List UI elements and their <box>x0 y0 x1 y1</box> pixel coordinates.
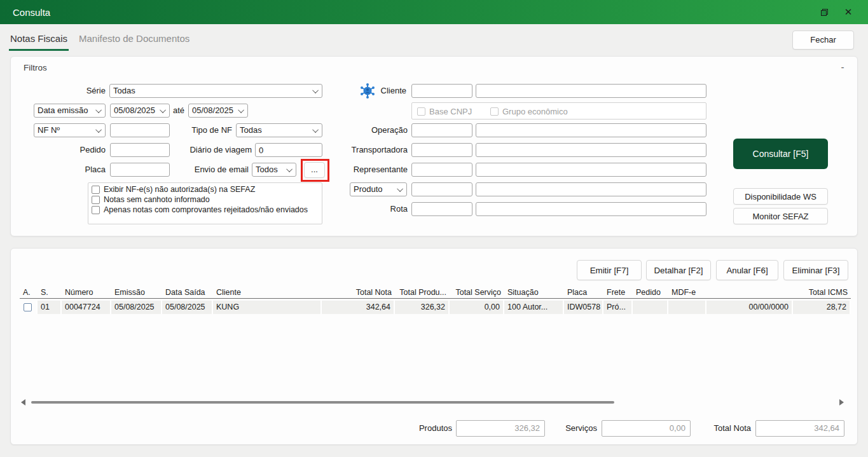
cell-frete: Pró... <box>603 301 633 314</box>
col-header-situacao[interactable]: Situação <box>504 288 564 297</box>
checkbox-icon[interactable] <box>417 107 425 116</box>
date-type-select[interactable]: Data emissão <box>34 104 106 118</box>
row-select-cell[interactable] <box>20 301 38 314</box>
rota-name-input[interactable] <box>476 202 706 216</box>
cell-total-icms: 28,72 <box>793 301 851 314</box>
fechar-button[interactable]: Fechar <box>792 31 854 50</box>
cliente-label: Cliente <box>367 84 406 98</box>
nf-number-type-select[interactable]: NF Nº <box>34 123 106 137</box>
checkbox-icon[interactable] <box>92 206 100 214</box>
checkbox-comprovantes-rejeitados[interactable]: Apenas notas com comprovantes rejeitados… <box>92 205 308 214</box>
col-header-total-icms[interactable]: Total ICMS <box>793 288 851 297</box>
produto-type-select[interactable]: Produto <box>350 182 407 196</box>
col-header-total-produtos[interactable]: Total Produ... <box>395 288 450 297</box>
anular-button[interactable]: Anular [F6] <box>716 260 778 280</box>
tipo-nf-select[interactable]: Todas <box>236 123 322 137</box>
scroll-right-icon[interactable] <box>839 399 844 406</box>
col-header-total-servico[interactable]: Total Serviço <box>450 288 504 297</box>
representante-name-input[interactable] <box>476 163 706 177</box>
ate-label: até <box>171 104 186 118</box>
col-header-s[interactable]: S. <box>38 288 62 297</box>
close-icon: ✕ <box>844 6 853 18</box>
cell-placa: IDW0578 <box>564 301 603 314</box>
envio-email-more-button[interactable]: ... <box>304 162 325 178</box>
col-header-numero[interactable]: Número <box>62 288 111 297</box>
checkbox-icon[interactable] <box>490 107 499 116</box>
scroll-left-icon[interactable] <box>21 399 25 406</box>
col-header-mdfe[interactable]: MDF-e <box>668 288 706 297</box>
servicos-total-field: 0,00 <box>602 420 691 437</box>
serie-label: Série <box>36 84 106 98</box>
table-header: A. S. Número Emissão Data Saída Cliente … <box>20 288 851 299</box>
operacao-label: Operação <box>341 123 408 137</box>
serie-select[interactable]: Todas <box>109 84 322 98</box>
envio-email-select[interactable]: Todos <box>252 163 296 177</box>
consultar-button[interactable]: Consultar [F5] <box>733 139 828 169</box>
cliente-code-input[interactable] <box>411 84 472 98</box>
col-header-total-nota[interactable]: Total Nota <box>322 288 395 297</box>
tab-notas-fiscais[interactable]: Notas Fiscais <box>9 31 69 51</box>
transportadora-label: Transportadora <box>341 143 408 157</box>
checkbox-base-cnpj[interactable]: Base CNPJ <box>417 107 472 116</box>
col-header-emissao[interactable]: Emissão <box>111 288 162 297</box>
tipo-nf-label: Tipo de NF <box>183 123 232 137</box>
operacao-name-input[interactable] <box>476 123 706 137</box>
eliminar-button[interactable]: Eliminar [F3] <box>783 260 848 280</box>
col-header-blank <box>706 288 793 297</box>
rota-label: Rota <box>341 202 408 216</box>
checkbox-nfe-nao-autorizada[interactable]: Exibir NF-e(s) não autorizada(s) na SEFA… <box>92 185 255 194</box>
cell-total-nota: 342,64 <box>322 301 395 314</box>
cell-pedido <box>633 301 668 314</box>
col-header-pedido[interactable]: Pedido <box>633 288 668 297</box>
cell-mdfe <box>668 301 706 314</box>
envio-email-label: Envio de email <box>179 163 249 177</box>
operacao-code-input[interactable] <box>411 123 472 137</box>
collapse-filters-button[interactable]: - <box>837 62 848 72</box>
transportadora-code-input[interactable] <box>411 143 472 157</box>
diario-viagem-label: Diário de viagem <box>183 143 252 157</box>
cell-situacao: 100 Autor... <box>504 301 564 314</box>
col-header-a[interactable]: A. <box>20 288 38 297</box>
checkbox-sem-canhoto[interactable]: Notas sem canhoto informado <box>92 195 210 204</box>
cell-data-saida: 05/08/2025 <box>162 301 213 314</box>
transportadora-name-input[interactable] <box>476 143 706 157</box>
table-row[interactable]: 01 00047724 05/08/2025 05/08/2025 KUNG 3… <box>20 301 851 314</box>
results-panel: Emitir [F7] Detalhar [F2] Anular [F6] El… <box>10 248 858 445</box>
col-header-data-saida[interactable]: Data Saída <box>162 288 213 297</box>
checkbox-icon[interactable] <box>92 196 100 204</box>
pedido-input[interactable] <box>110 143 170 157</box>
detalhar-button[interactable]: Detalhar [F2] <box>646 260 711 280</box>
titlebar: Consulta ✕ <box>0 0 868 24</box>
filters-panel: Filtros - Série Todas Data emissão 05/08… <box>10 56 858 236</box>
disponibilidade-ws-button[interactable]: Disponibilidade WS <box>733 188 828 205</box>
nf-number-input[interactable] <box>110 123 170 137</box>
date-to-picker[interactable]: 05/08/2025 <box>188 104 248 118</box>
date-from-picker[interactable]: 05/08/2025 <box>110 104 170 118</box>
close-window-button[interactable]: ✕ <box>834 0 863 24</box>
horizontal-scrollbar[interactable] <box>31 401 614 404</box>
tab-bar: Notas Fiscais Manifesto de Documentos <box>9 31 191 51</box>
restore-icon <box>820 8 829 17</box>
servicos-total-label: Serviços <box>558 420 597 437</box>
produtos-total-field: 326,32 <box>456 420 545 437</box>
rota-code-input[interactable] <box>411 202 472 216</box>
tab-manifesto-documentos[interactable]: Manifesto de Documentos <box>78 31 191 51</box>
cell-emissao: 05/08/2025 <box>111 301 162 314</box>
window-title: Consulta <box>13 7 50 18</box>
col-header-cliente[interactable]: Cliente <box>213 288 322 297</box>
placa-input[interactable] <box>110 163 170 177</box>
cell-total-servico: 0,00 <box>450 301 504 314</box>
total-nota-label: Total Nota <box>704 420 751 437</box>
row-checkbox[interactable] <box>24 303 32 311</box>
col-header-frete[interactable]: Frete <box>603 288 633 297</box>
representante-code-input[interactable] <box>411 163 472 177</box>
produto-code-input[interactable] <box>411 182 472 196</box>
checkbox-grupo-economico[interactable]: Grupo econômico <box>490 107 568 116</box>
monitor-sefaz-button[interactable]: Monitor SEFAZ <box>733 208 828 224</box>
cliente-name-input[interactable] <box>476 84 706 98</box>
col-header-placa[interactable]: Placa <box>564 288 603 297</box>
produto-name-input[interactable] <box>476 182 706 196</box>
diario-viagem-input[interactable] <box>255 143 322 157</box>
emitir-button[interactable]: Emitir [F7] <box>577 260 642 280</box>
checkbox-icon[interactable] <box>92 186 100 194</box>
